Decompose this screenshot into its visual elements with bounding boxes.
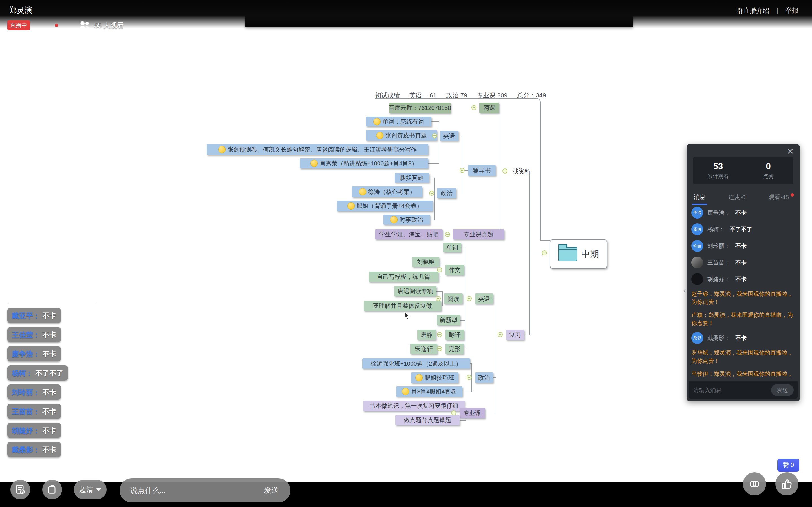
mindmap-node: 单词：恋练有词 xyxy=(366,117,432,126)
quality-selector[interactable]: 超清 xyxy=(74,480,107,499)
system-like-message: 马骏伊：郑灵演，我来围观你的直播啦，为你点赞！ xyxy=(691,370,797,379)
mouse-cursor xyxy=(403,312,411,320)
avatar xyxy=(691,257,703,269)
say-something-input[interactable] xyxy=(130,486,262,495)
collapse-node-icon xyxy=(432,133,437,138)
viewers-icon xyxy=(79,20,91,30)
collapse-node-icon xyxy=(451,410,456,415)
connector xyxy=(437,291,442,292)
mindmap-node: 新题型 xyxy=(437,315,460,325)
chat-message: 胡婕妤：不卡 xyxy=(691,273,797,285)
stat-total-viewers: 53 累计观看 xyxy=(693,161,743,180)
mindmap-node: 作文 xyxy=(446,265,464,275)
panel-send-button[interactable]: 发送 xyxy=(771,384,794,396)
mindmap-node: 辅导书 xyxy=(468,165,496,176)
mindmap-node: 阅读 xyxy=(444,293,463,304)
mindmap-node: 宋逸轩 xyxy=(410,344,437,354)
chat-message: 玲丽刘玲丽：不卡 xyxy=(691,240,797,252)
link-rings-icon xyxy=(748,477,761,490)
report-link[interactable]: 举报 xyxy=(785,6,799,15)
collapse-node-icon xyxy=(437,267,442,272)
overlay-comment: 戴亚平：不卡 xyxy=(7,308,61,323)
mindmap-node: 腿姐真题 xyxy=(395,173,429,182)
exam-score-line: 初试成绩 英语一 61 政治 79 专业课 209 总分：349 xyxy=(375,91,546,100)
avatar: 争浩 xyxy=(691,207,703,219)
overlay-comment: 胡婕妤：不卡 xyxy=(7,423,61,438)
viewer-count: 55 人观看 xyxy=(94,21,124,30)
mindmap-node: 腿姐（背诵手册+4套卷） xyxy=(337,201,433,211)
mindmap-node: 翻译 xyxy=(446,330,464,340)
chat-panel: ‹ ✕ 53 累计观看 0 点赞 消息 连麦·0 观看·45 争浩廉争浩：不卡 … xyxy=(687,144,800,401)
comments-divider xyxy=(8,304,96,304)
avatar: 桑影 xyxy=(691,332,703,344)
overlay-comment: 杨轲：不了不了 xyxy=(7,365,68,381)
chat-message-list[interactable]: 争浩廉争浩：不卡 杨轲杨轲：不了不了 玲丽刘玲丽：不卡 王苗苗：不卡 胡婕妤：不… xyxy=(691,207,797,379)
mindmap-node: 要理解并且整体反复做 xyxy=(364,301,441,311)
smiley-emoji-icon xyxy=(310,160,318,167)
mindmap-node: 唐迟阅读专项 xyxy=(394,286,437,296)
mindmap-node: 肖8肖4腿姐4套卷 xyxy=(396,386,462,397)
mindmap-node: 时事政治 xyxy=(384,215,430,225)
panel-message-input[interactable] xyxy=(693,387,771,394)
panel-collapse-handle[interactable]: ‹ xyxy=(682,282,687,298)
mindmap-node: 腿姐技巧班 xyxy=(411,372,458,383)
live-record-notes-button[interactable] xyxy=(10,480,30,499)
connector xyxy=(493,378,496,378)
header-separator: | xyxy=(776,7,778,14)
mindmap-node: 网课 xyxy=(479,103,499,113)
avatar xyxy=(691,273,703,285)
notification-dot xyxy=(791,193,794,196)
send-button[interactable]: 发送 xyxy=(262,485,280,496)
mindmap-node: 徐涛强化班+1000题（2遍及以上） xyxy=(362,358,470,369)
collapse-node-icon xyxy=(436,296,441,301)
mindmap-node: 找资料 xyxy=(510,167,534,176)
collapse-node-icon xyxy=(471,105,476,110)
avatar: 玲丽 xyxy=(691,240,703,252)
overlay-comment: 戴桑影：不卡 xyxy=(7,442,61,457)
collapse-node-icon xyxy=(502,168,507,173)
connector xyxy=(540,240,550,240)
mindmap-node: 书本做笔记，第一次复习要很仔细 xyxy=(363,400,465,411)
rotate-screen-button[interactable] xyxy=(42,480,62,499)
like-count-badge[interactable]: 赞 0 xyxy=(777,459,799,471)
mindmap-node: 徐涛（核心考案） xyxy=(352,186,422,197)
group-live-intro-link[interactable]: 群直播介绍 xyxy=(737,6,769,15)
mindmap-node: 唐静 xyxy=(417,330,436,340)
connector xyxy=(432,121,439,122)
connector xyxy=(470,363,471,364)
mic-link-button[interactable] xyxy=(743,472,766,496)
smiley-emoji-icon xyxy=(390,216,398,223)
connector xyxy=(461,247,465,248)
chat-message: 杨轲杨轲：不了不了 xyxy=(691,223,797,235)
tab-mic-link[interactable]: 连麦·0 xyxy=(728,191,746,203)
collapse-node-icon xyxy=(542,250,547,256)
mindmap-node: 刘晓艳 xyxy=(412,257,439,267)
like-thumb-button[interactable] xyxy=(775,472,799,496)
connector xyxy=(428,163,439,164)
mindmap-node: 政治 xyxy=(437,188,456,198)
stat-likes: 0 点赞 xyxy=(743,161,794,180)
connector xyxy=(524,335,530,335)
mindmap-node: 自己写模板，练几篇 xyxy=(369,272,439,282)
smiley-emoji-icon xyxy=(347,202,355,210)
chat-message: 桑影戴桑影：不卡 xyxy=(691,332,797,344)
streamer-name: 郑灵演 xyxy=(9,5,32,15)
connector xyxy=(493,298,496,299)
connector xyxy=(465,247,465,349)
tab-messages[interactable]: 消息 xyxy=(693,191,706,203)
mindmap-node: 完形 xyxy=(446,344,463,354)
collapse-node-icon xyxy=(437,332,442,337)
tab-watching[interactable]: 观看·45 xyxy=(768,191,790,203)
mindmap-node: 学生学姐、淘宝、贴吧 xyxy=(375,229,443,239)
close-icon[interactable]: ✕ xyxy=(785,147,795,156)
smiley-emoji-icon xyxy=(373,118,380,125)
chat-message: 争浩廉争浩：不卡 xyxy=(691,207,797,219)
rotate-screen-icon xyxy=(47,484,58,495)
connector xyxy=(496,298,496,413)
mindmap-node: 张剑黄皮书真题 xyxy=(366,130,437,140)
mindmap-node: 专业课真题 xyxy=(453,229,504,239)
connector xyxy=(462,392,471,392)
connector xyxy=(442,291,443,306)
collapse-node-icon xyxy=(445,232,450,237)
collapse-node-icon xyxy=(437,346,442,351)
